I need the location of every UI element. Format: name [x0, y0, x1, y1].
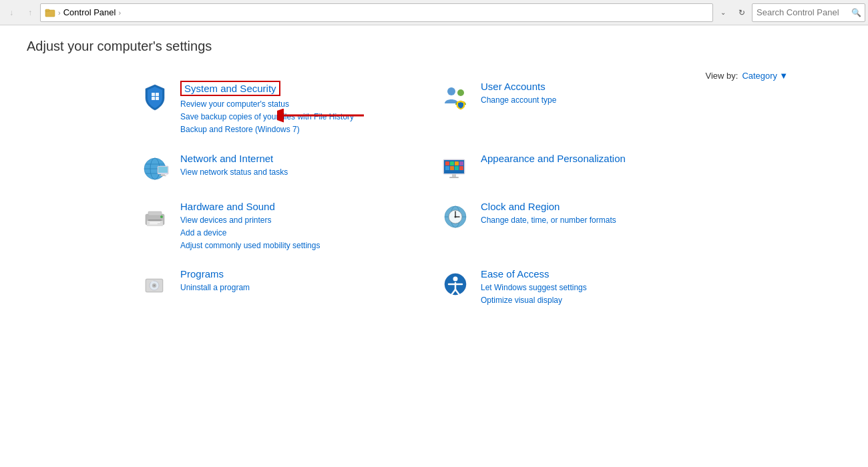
clock-icon: [439, 201, 471, 233]
search-input[interactable]: [752, 3, 865, 22]
network-sub1[interactable]: View network status and tasks: [180, 166, 429, 179]
refresh-button[interactable]: ↻: [733, 4, 750, 21]
svg-rect-16: [160, 175, 166, 176]
svg-point-35: [160, 215, 163, 218]
svg-rect-14: [158, 167, 168, 173]
svg-rect-26: [459, 166, 463, 170]
system-security-sub3[interactable]: Backup and Restore (Windows 7): [180, 123, 429, 136]
breadcrumb-area: › Control Panel ›: [40, 3, 713, 22]
hardware-sub3[interactable]: Adjust commonly used mobility settings: [180, 240, 429, 252]
address-dropdown-button[interactable]: ⌄: [714, 4, 732, 21]
folder-icon: [45, 7, 55, 18]
svg-point-47: [154, 285, 155, 286]
hardware-icon: [139, 201, 171, 233]
ease-title[interactable]: Ease of Access: [481, 268, 550, 280]
svg-rect-19: [445, 161, 449, 165]
system-security-sub1[interactable]: Review your computer's status: [180, 98, 429, 111]
category-network: Network and Internet View network status…: [134, 145, 434, 193]
user-accounts-icon: [439, 81, 471, 113]
ease-icon: [439, 268, 471, 300]
network-title[interactable]: Network and Internet: [180, 153, 273, 164]
programs-content: Programs Uninstall a program: [180, 268, 429, 294]
svg-rect-1: [45, 9, 49, 11]
svg-rect-4: [152, 97, 155, 100]
address-bar: ↓ ↑ › Control Panel › ⌄ ↻ 🔍: [0, 0, 868, 25]
hardware-sub1[interactable]: View devices and printers: [180, 214, 429, 227]
svg-rect-21: [455, 161, 459, 165]
svg-rect-34: [148, 219, 162, 221]
user-accounts-content: User Accounts Change account type: [481, 81, 729, 107]
svg-rect-3: [156, 93, 159, 96]
clock-content: Clock and Region Change date, time, or n…: [481, 201, 729, 227]
category-hardware: Hardware and Sound View devices and prin…: [134, 193, 434, 261]
ease-sub1[interactable]: Let Windows suggest settings: [481, 282, 729, 294]
programs-sub1[interactable]: Uninstall a program: [180, 282, 429, 294]
back-button[interactable]: ↓: [3, 4, 20, 21]
clock-sub1[interactable]: Change date, time, or number formats: [481, 214, 729, 227]
view-by-value[interactable]: Category ▼: [742, 71, 788, 81]
breadcrumb-separator2: ›: [118, 9, 121, 17]
category-ease: Ease of Access Let Windows suggest setti…: [434, 260, 734, 315]
network-icon: [139, 153, 171, 185]
svg-point-42: [455, 215, 457, 217]
appearance-content: Appearance and Personalization: [481, 153, 729, 166]
ease-content: Ease of Access Let Windows suggest setti…: [481, 268, 729, 307]
system-security-title[interactable]: System and Security: [180, 81, 280, 96]
appearance-title[interactable]: Appearance and Personalization: [481, 153, 626, 164]
svg-rect-23: [445, 166, 449, 170]
category-system-security: System and Security Review your computer…: [134, 73, 434, 145]
category-programs: Programs Uninstall a program: [134, 260, 434, 315]
svg-rect-2: [152, 93, 155, 96]
svg-rect-33: [150, 223, 158, 224]
hardware-title[interactable]: Hardware and Sound: [180, 201, 275, 212]
svg-point-49: [453, 277, 458, 282]
hardware-content: Hardware and Sound View devices and prin…: [180, 201, 429, 253]
svg-rect-20: [450, 161, 454, 165]
programs-icon: [139, 268, 171, 300]
page-title: Adjust your computer's settings: [27, 39, 841, 54]
user-accounts-sub1[interactable]: Change account type: [481, 94, 729, 107]
breadcrumb-control-panel[interactable]: Control Panel: [63, 7, 116, 17]
search-wrap: 🔍: [752, 3, 865, 22]
view-by: View by: Category ▼: [705, 71, 788, 81]
view-by-label: View by:: [705, 71, 738, 81]
programs-title[interactable]: Programs: [180, 268, 224, 280]
svg-rect-27: [452, 174, 456, 177]
user-accounts-title[interactable]: User Accounts: [481, 81, 546, 92]
svg-rect-25: [455, 166, 459, 170]
clock-title[interactable]: Clock and Region: [481, 201, 560, 212]
svg-rect-5: [156, 97, 159, 100]
system-security-content: System and Security Review your computer…: [180, 81, 429, 137]
system-security-icon: [139, 81, 171, 113]
network-content: Network and Internet View network status…: [180, 153, 429, 179]
svg-point-7: [457, 89, 464, 96]
svg-rect-24: [450, 166, 454, 170]
up-button[interactable]: ↑: [21, 4, 39, 21]
appearance-icon: [439, 153, 471, 185]
category-appearance: Appearance and Personalization: [434, 145, 734, 193]
categories-grid: System and Security Review your computer…: [134, 73, 734, 316]
address-bar-right: ⌄ ↻: [714, 4, 750, 21]
svg-rect-28: [449, 177, 459, 178]
svg-rect-32: [150, 222, 160, 223]
view-by-dropdown-icon: ▼: [779, 71, 788, 81]
category-user-accounts: User Accounts Change account type: [434, 73, 734, 145]
svg-rect-22: [459, 161, 463, 165]
svg-rect-30: [148, 211, 162, 215]
svg-point-6: [447, 87, 455, 95]
breadcrumb-separator: ›: [58, 9, 61, 17]
svg-rect-15: [161, 174, 165, 175]
system-security-sub2[interactable]: Save backup copies of your files with Fi…: [180, 111, 429, 123]
category-clock: Clock and Region Change date, time, or n…: [434, 193, 734, 261]
hardware-sub2[interactable]: Add a device: [180, 227, 429, 240]
ease-sub2[interactable]: Optimize visual display: [481, 294, 729, 307]
